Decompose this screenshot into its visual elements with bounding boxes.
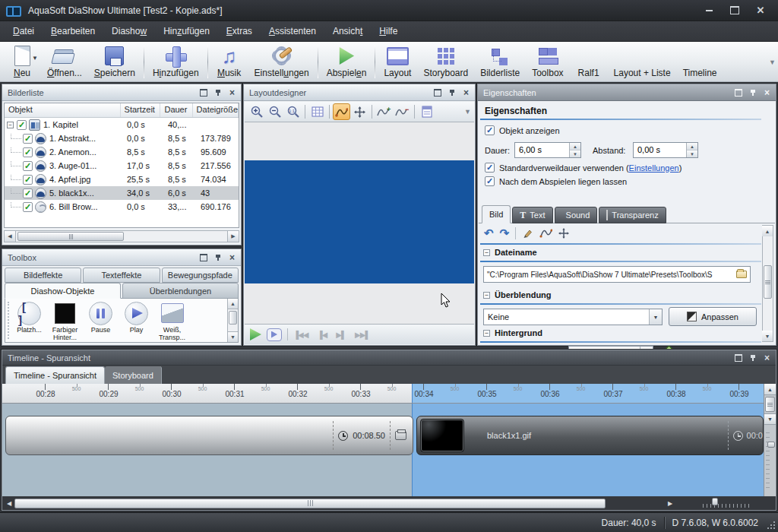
timeline-tab-storyboard[interactable]: Storyboard — [105, 366, 162, 384]
timeline-zoom-slider[interactable] — [703, 498, 750, 508]
toolbar-button-layout[interactable]: Layout — [378, 43, 417, 81]
timeline-tab-timeline-spuransicht[interactable]: Timeline - Spuransicht — [5, 366, 105, 384]
panel-pin-icon[interactable] — [747, 87, 758, 97]
scroll-right-icon[interactable]: ▶ — [227, 231, 239, 242]
tab-text[interactable]: TText — [512, 207, 552, 223]
dropdown-caret-icon[interactable]: ▼ — [32, 55, 38, 62]
column-header-startzeit[interactable]: Startzeit — [121, 103, 161, 117]
scroll-thumb[interactable] — [14, 499, 606, 508]
scroll-up-icon[interactable]: ▲ — [762, 226, 773, 236]
einstellungen-link[interactable]: Einstellungen — [629, 163, 679, 173]
slider-handle[interactable] — [767, 442, 775, 448]
bilderliste-hscrollbar[interactable]: ◀ ▶ — [4, 230, 239, 242]
window-minimize-button[interactable] — [699, 4, 719, 17]
panel-minimize-icon[interactable] — [732, 87, 744, 97]
toolbox-tab-bewegungspfade[interactable]: Bewegungspfade — [162, 268, 239, 283]
panel-minimize-icon[interactable] — [198, 252, 209, 262]
abstand-spinner[interactable]: 0,00 s ▲▼ — [633, 142, 698, 158]
zoom-out-icon[interactable] — [266, 103, 283, 120]
timeline-ruler[interactable]: 00:2850000:2950000:3050000:3150000:32500… — [2, 384, 764, 404]
toolbox-item-platzh[interactable]: [ ]Platzh... — [11, 300, 47, 342]
object-properties-icon[interactable] — [418, 103, 435, 120]
scroll-thumb[interactable] — [229, 311, 237, 325]
row-checkbox[interactable]: ✓ — [23, 202, 33, 212]
undo-icon[interactable]: ↶ — [484, 228, 494, 239]
column-header-objekt[interactable]: Objekt — [5, 103, 121, 117]
toolbox-tab-diashow-objekte[interactable]: Diashow-Objekte — [5, 283, 121, 299]
zoom-in-icon[interactable] — [248, 103, 265, 120]
toolbar-dropdown-icon[interactable]: ▼ — [464, 108, 471, 116]
resize-grip[interactable] — [766, 520, 775, 529]
section-hintergrund[interactable]: −Hintergrund — [483, 328, 542, 337]
redo-icon[interactable]: ↷ — [500, 228, 510, 239]
tree-expander-icon[interactable]: − — [7, 122, 14, 128]
toolbox-tab-bildeffekte[interactable]: Bildeffekte — [5, 268, 81, 283]
menu-item-hinzuf-gen[interactable]: Hinzufügen — [155, 23, 218, 40]
tab-bild[interactable]: Bild — [482, 205, 511, 223]
column-header-dauer[interactable]: Dauer — [160, 103, 192, 117]
panel-minimize-icon[interactable] — [198, 87, 209, 97]
row-checkbox[interactable]: ✓ — [23, 147, 33, 157]
toolbar-button-timeline[interactable]: Timeline — [677, 43, 723, 81]
panel-pin-icon[interactable] — [212, 87, 223, 97]
browse-file-icon[interactable] — [733, 267, 750, 282]
timeline-hscrollbar[interactable]: ◀ ▶ — [2, 496, 776, 510]
row-checkbox[interactable]: ✓ — [23, 175, 33, 185]
panel-minimize-icon[interactable] — [732, 353, 744, 363]
menu-item-datei[interactable]: Datei — [5, 23, 43, 40]
toolbar-button-ffnen[interactable]: Öffnen... — [41, 43, 88, 81]
panel-pin-icon[interactable] — [446, 87, 457, 97]
toolbox-tab-berblendungen[interactable]: Überblendungen — [122, 283, 239, 299]
scroll-thumb[interactable] — [765, 397, 775, 412]
timeline-clip-group[interactable]: 00:08.50 — [5, 416, 413, 455]
section-dateiname[interactable]: −Dateiname — [483, 248, 537, 257]
brush-icon[interactable] — [522, 228, 533, 239]
dauer-spinner[interactable]: 6,00 s ▲▼ — [514, 142, 581, 158]
menu-item-extras[interactable]: Extras — [218, 23, 261, 40]
toolbar-button-bilderliste[interactable]: Bilderliste — [474, 43, 526, 81]
scroll-up-icon[interactable]: ▲ — [228, 299, 238, 309]
row-checkbox[interactable]: ✓ — [23, 134, 33, 144]
row-checkbox[interactable]: ✓ — [17, 120, 27, 130]
slider-handle[interactable] — [712, 498, 718, 505]
path-icon[interactable] — [539, 228, 552, 238]
add-path-point-icon[interactable]: + — [375, 103, 393, 120]
table-row-5-black1x[interactable]: ✓5. black1x...34,0 s6,0 s43 — [5, 186, 239, 200]
menu-item-hilfe[interactable]: Hilfe — [371, 23, 406, 40]
timeline-vscrollbar[interactable]: ▲ ▼ — [764, 384, 776, 496]
go-next-icon[interactable]: ▶▌ — [336, 331, 346, 339]
toolbar-overflow-icon[interactable]: ▼ — [769, 59, 776, 66]
edit-path-icon[interactable] — [333, 103, 350, 120]
scroll-down-icon[interactable]: ▼ — [762, 331, 773, 341]
scroll-thumb[interactable] — [17, 232, 124, 241]
standard-dwell-checkbox[interactable]: ✓ Standardverweildauer verwenden (Einste… — [485, 163, 682, 173]
panel-pin-icon[interactable] — [212, 252, 223, 262]
table-row-1-abstrakt[interactable]: ✓1. Abstrakt...0,0 s8,5 s173.789 — [5, 131, 239, 145]
menu-item-diashow[interactable]: Diashow — [103, 23, 155, 40]
toolbar-button-layout-liste[interactable]: Layout + Liste — [608, 43, 677, 81]
section-ueberblendung[interactable]: −Überblendung — [483, 290, 552, 299]
scroll-left-icon[interactable]: ◀ — [5, 231, 16, 242]
toolbox-item-play[interactable]: Play — [119, 300, 154, 342]
canvas-object-rect[interactable] — [245, 160, 474, 283]
toolbox-item-pause[interactable]: Pause — [83, 300, 119, 342]
panel-pin-icon[interactable] — [747, 353, 758, 363]
move-object-icon[interactable] — [351, 103, 368, 120]
scroll-down-icon[interactable]: ▼ — [228, 331, 238, 342]
scroll-right-icon[interactable]: ▶ — [665, 498, 675, 508]
toolbox-item-farbiger-hinter[interactable]: Farbiger Hinter... — [47, 300, 83, 342]
scroll-thumb[interactable] — [764, 265, 772, 299]
panel-close-icon[interactable]: × — [226, 252, 238, 262]
window-maximize-button[interactable] — [725, 4, 745, 17]
go-previous-icon[interactable]: ▐◀ — [317, 331, 327, 339]
menu-item-ansicht[interactable]: Ansicht — [324, 23, 371, 40]
move-icon[interactable] — [558, 228, 569, 239]
clip-transition-icon[interactable] — [395, 431, 406, 440]
toolbar-button-storyboard[interactable]: Storyboard — [417, 43, 474, 81]
panel-close-icon[interactable]: × — [460, 87, 472, 97]
panel-minimize-icon[interactable] — [432, 87, 443, 97]
toolbar-button-einstellungen[interactable]: Einstellungen — [248, 43, 315, 81]
toolbar-button-speichern[interactable]: Speichern — [88, 43, 141, 81]
toolbox-item-wei-transp[interactable]: Weiß, Transp... — [154, 300, 190, 342]
eigenschaften-vscrollbar[interactable]: ▲ ▼ — [762, 225, 773, 342]
